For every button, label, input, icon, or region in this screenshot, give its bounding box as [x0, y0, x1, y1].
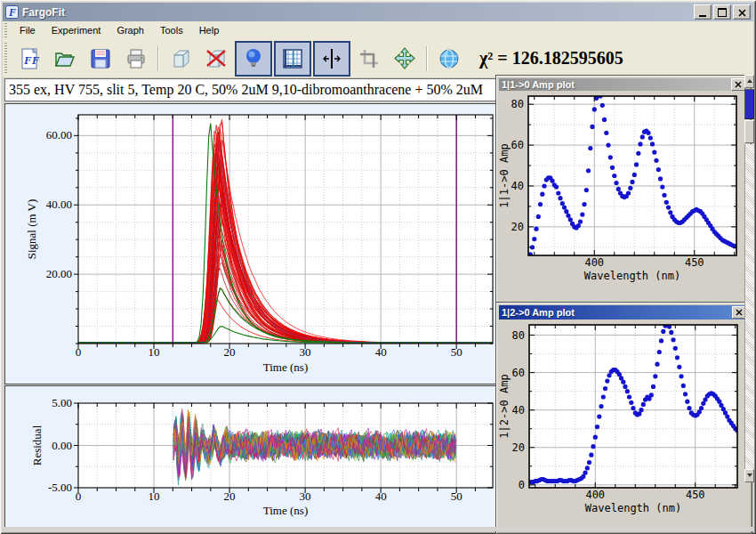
svg-text:30: 30 [300, 345, 311, 359]
window-bottom-border [3, 527, 753, 531]
experiment-description: 355 ex, HV 755, slit 5, Temp 20 C, 50% 2… [9, 82, 483, 97]
svg-text:60: 60 [511, 139, 524, 151]
close-icon [738, 9, 746, 17]
crop-icon [358, 47, 381, 70]
svg-text:60.00: 60.00 [46, 128, 72, 142]
globe-button[interactable] [432, 43, 466, 75]
fargofit-file-icon: FF [18, 47, 41, 70]
svg-text:20.00: 20.00 [46, 267, 72, 280]
amp1-title-bar[interactable]: 1|1->0 Amp plot [499, 78, 748, 91]
minimize-icon [699, 15, 706, 17]
svg-text:-5.00: -5.00 [48, 481, 72, 494]
fargofit-app-window: F FargoFit File Experiment Graph Tools H… [0, 0, 756, 534]
menu-grip[interactable] [4, 23, 7, 37]
svg-text:60: 60 [512, 367, 525, 379]
vertical-cursor-button[interactable] [313, 41, 350, 77]
arrow-down-icon [747, 473, 752, 477]
signal-vs-time-chart[interactable]: 0102030405020.0040.0060.00Time (ns)Signa… [5, 104, 496, 384]
menu-tools[interactable]: Tools [152, 23, 191, 37]
window-title: FargoFit [22, 6, 65, 19]
scrollbar-thumb[interactable] [744, 89, 754, 119]
svg-text:Time (ns): Time (ns) [263, 360, 308, 374]
scroll-down-button[interactable] [744, 469, 754, 482]
svg-text:20: 20 [511, 221, 524, 233]
print-button[interactable] [119, 43, 153, 75]
close-icon [735, 81, 742, 88]
close-button[interactable] [733, 4, 751, 20]
svg-text:30: 30 [300, 490, 311, 503]
printer-icon [125, 47, 148, 70]
svg-text:Wavelength (nm): Wavelength (nm) [585, 502, 681, 514]
scrollbar-block[interactable] [744, 120, 754, 143]
amp1-body: 40045020406080Wavelength (nm)1|1->0 Amp [499, 91, 748, 298]
svg-text:Residual: Residual [30, 425, 44, 465]
cube-icon [169, 47, 192, 70]
chi-squared-value: χ² = 126.182595605 [479, 48, 623, 69]
folder-open-icon [53, 47, 76, 70]
toolbar-grip[interactable] [4, 43, 7, 73]
svg-text:1|1->0 Amp: 1|1->0 Amp [499, 143, 511, 207]
toolbar: FF [3, 39, 753, 78]
svg-text:40: 40 [375, 490, 387, 503]
menu-file[interactable]: File [12, 23, 44, 37]
svg-text:20: 20 [224, 490, 236, 503]
svg-text:Signal (m V): Signal (m V) [25, 199, 38, 260]
residual-plot-panel: 01020304050-5.000.005.00Time (ns)Residua… [4, 385, 497, 530]
highlight-button[interactable] [235, 41, 272, 77]
svg-text:40: 40 [512, 404, 525, 417]
amp1-window-title: 1|1->0 Amp plot [502, 79, 575, 90]
amp2-scatter-chart[interactable]: 400450020406080Wavelength (nm)1|2->0 Amp [499, 320, 749, 523]
menu-graph[interactable]: Graph [109, 23, 152, 37]
amp1-scatter-chart[interactable]: 40045020406080Wavelength (nm)1|1->0 Amp [499, 91, 748, 298]
experiment-header-row[interactable]: 355 ex, HV 755, slit 5, Temp 20 C, 50% 2… [4, 78, 502, 101]
svg-text:450: 450 [685, 256, 704, 269]
residual-vs-time-chart[interactable]: 01020304050-5.000.005.00Time (ns)Residua… [5, 386, 496, 529]
svg-text:FF: FF [23, 53, 40, 67]
svg-text:0: 0 [76, 490, 82, 503]
svg-text:20: 20 [224, 345, 236, 359]
menu-experiment[interactable]: Experiment [44, 23, 109, 37]
show-3d-cube-button[interactable] [164, 43, 197, 75]
pan-arrows-icon [393, 47, 416, 70]
pan-button[interactable] [388, 43, 422, 75]
maximize-button[interactable] [713, 4, 731, 20]
maximize-icon [718, 8, 727, 17]
show-grid-button[interactable] [274, 41, 311, 77]
svg-text:400: 400 [585, 489, 605, 501]
svg-text:80: 80 [512, 329, 525, 342]
remove-3d-cube-button[interactable] [199, 43, 233, 75]
scrollbar-track[interactable] [744, 144, 754, 469]
svg-text:50: 50 [451, 490, 462, 503]
lightbulb-icon [242, 47, 265, 70]
open-button[interactable] [48, 43, 82, 75]
amp1-close-button[interactable] [731, 78, 745, 91]
svg-text:40: 40 [375, 345, 387, 359]
svg-text:Time (ns): Time (ns) [263, 504, 308, 517]
toolbar-separator [157, 46, 159, 71]
svg-text:400: 400 [584, 256, 604, 269]
amp2-window-title: 1|2->0 Amp plot [502, 307, 575, 318]
svg-text:0: 0 [519, 479, 525, 491]
minimize-button[interactable] [694, 4, 712, 20]
close-icon [736, 309, 743, 316]
svg-text:40: 40 [511, 180, 524, 192]
crop-button[interactable] [352, 43, 386, 75]
fargofit-document-button[interactable]: FF [12, 43, 46, 75]
svg-text:80: 80 [511, 98, 524, 110]
app-icon: F [5, 5, 19, 19]
arrow-up-icon [747, 79, 752, 83]
scroll-up-button[interactable] [744, 75, 754, 88]
amp-plot-window-2: 1|2->0 Amp plot 400450020406080Wavelengt… [495, 302, 752, 534]
vertical-cursor-icon [320, 47, 343, 70]
svg-text:10: 10 [149, 490, 160, 503]
svg-text:0.00: 0.00 [52, 439, 72, 452]
floppy-disk-icon [89, 47, 112, 70]
amp2-title-bar[interactable]: 1|2->0 Amp plot [499, 305, 749, 320]
svg-text:5.00: 5.00 [52, 396, 72, 409]
menu-help[interactable]: Help [191, 23, 228, 37]
save-button[interactable] [84, 43, 117, 75]
title-bar[interactable]: F FargoFit [3, 3, 753, 21]
svg-text:10: 10 [149, 345, 160, 359]
menu-bar: File Experiment Graph Tools Help [3, 21, 753, 40]
amp-plot-window-1: 1|1->0 Amp plot 40045020406080Wavelength… [495, 75, 752, 306]
